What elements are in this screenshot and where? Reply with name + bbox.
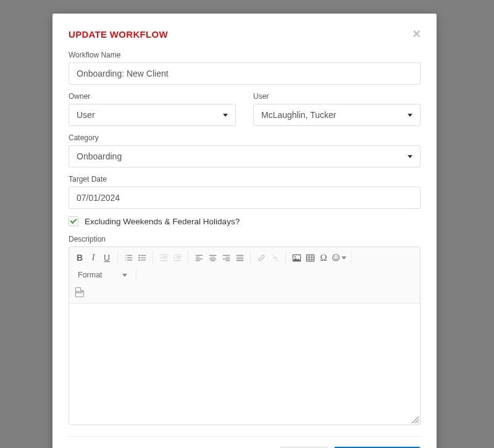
underline-button[interactable]: U (100, 251, 114, 264)
svg-point-9 (333, 255, 340, 261)
divider (69, 436, 421, 437)
workflow-name-value: Onboarding: New Client (77, 69, 169, 78)
unordered-list-button[interactable] (135, 251, 149, 264)
user-value: McLaughlin, Tucker (261, 110, 336, 120)
close-button[interactable]: × (412, 27, 421, 41)
editor-textarea[interactable] (69, 303, 420, 425)
target-date-label: Target Date (69, 175, 421, 184)
target-date-input[interactable]: 07/01/2024 (69, 187, 421, 209)
svg-point-11 (337, 256, 338, 258)
caret-down-icon (122, 274, 127, 277)
export-pdf-button[interactable]: PDF (73, 285, 86, 299)
user-label: User (253, 92, 421, 101)
caret-down-icon (408, 114, 412, 117)
category-label: Category (69, 133, 421, 142)
target-date-value: 07/01/2024 (77, 193, 120, 203)
format-label: Format (78, 271, 103, 279)
align-justify-button[interactable] (233, 251, 246, 264)
caret-down-icon (341, 256, 346, 260)
align-center-button[interactable] (206, 251, 219, 264)
workflow-name-group: Workflow Name Onboarding: New Client (69, 51, 421, 85)
align-left-button[interactable] (192, 251, 206, 264)
owner-group: Owner User (69, 92, 236, 126)
owner-label: Owner (69, 92, 236, 101)
svg-point-7 (294, 256, 295, 257)
svg-rect-3 (140, 257, 145, 258)
emoji-button[interactable] (330, 251, 348, 264)
italic-button[interactable]: I (86, 251, 100, 264)
modal-header: UPDATE WORKFLOW × (69, 27, 421, 41)
workflow-name-input[interactable]: Onboarding: New Client (69, 62, 421, 85)
category-group: Category Onboarding (69, 133, 421, 167)
image-button[interactable] (290, 251, 303, 264)
modal-title: UPDATE WORKFLOW (69, 29, 168, 40)
caret-down-icon (223, 114, 228, 117)
exclude-weekends-row: Excluding Weekends & Federal Holidays? (69, 216, 421, 226)
format-select[interactable]: Format (73, 268, 132, 282)
owner-value: User (77, 110, 95, 120)
rich-text-editor: B I U (69, 247, 421, 425)
outdent-button[interactable] (157, 251, 170, 264)
update-workflow-modal: UPDATE WORKFLOW × Workflow Name Onboardi… (52, 14, 437, 448)
editor-toolbar: B I U (69, 247, 420, 303)
description-label: Description (69, 235, 421, 243)
exclude-weekends-label: Excluding Weekends & Federal Holidays? (85, 217, 240, 226)
indent-button[interactable] (170, 251, 184, 264)
ordered-list-button[interactable] (122, 251, 135, 264)
user-group: User McLaughlin, Tucker (253, 92, 421, 126)
category-select[interactable]: Onboarding (69, 145, 421, 167)
resize-handle[interactable] (411, 416, 419, 423)
bold-button[interactable]: B (73, 251, 86, 264)
category-value: Onboarding (77, 151, 122, 161)
link-button[interactable] (254, 251, 268, 264)
pdf-icon: PDF (75, 287, 84, 297)
caret-down-icon (408, 155, 412, 158)
svg-rect-5 (140, 260, 145, 260)
svg-point-10 (334, 256, 335, 258)
svg-rect-1 (140, 255, 145, 255)
table-button[interactable] (303, 251, 317, 264)
user-select[interactable]: McLaughlin, Tucker (253, 104, 421, 126)
owner-select[interactable]: User (69, 104, 236, 126)
exclude-weekends-checkbox[interactable] (69, 216, 78, 226)
unlink-button[interactable] (268, 251, 282, 264)
svg-point-2 (138, 256, 140, 258)
align-right-button[interactable] (219, 251, 233, 264)
svg-rect-8 (306, 255, 314, 261)
target-date-group: Target Date 07/01/2024 (69, 175, 421, 209)
description-group: Description B I U (69, 235, 421, 425)
workflow-name-label: Workflow Name (69, 51, 421, 59)
special-char-button[interactable]: Ω (317, 251, 330, 264)
svg-point-4 (138, 259, 140, 260)
svg-point-0 (138, 255, 140, 256)
